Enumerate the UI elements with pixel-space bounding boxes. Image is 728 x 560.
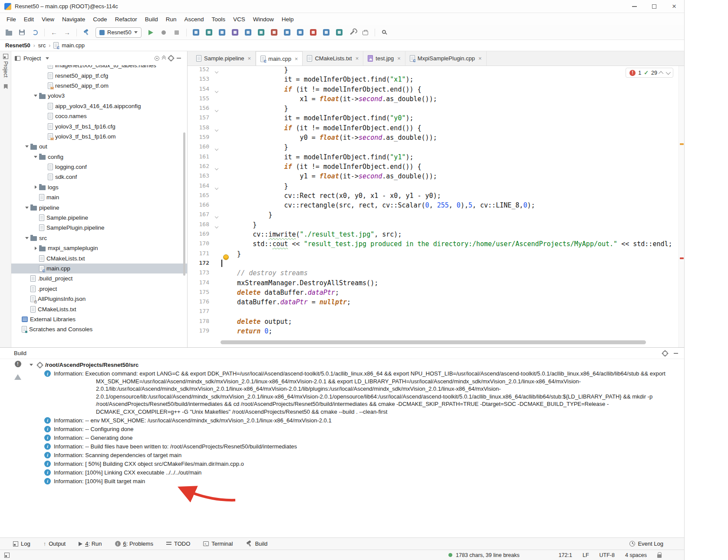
run-configuration-select[interactable]: Resnet50 [96, 27, 142, 38]
tree-item-yolov3_tf_bs1_fp16.om[interactable]: yolov3_tf_bs1_fp16.om [11, 132, 187, 142]
readonly-lock-icon[interactable] [657, 554, 662, 558]
fold-marker-icon[interactable] [215, 89, 218, 92]
save-all-button[interactable] [16, 27, 27, 38]
back-button[interactable] [49, 27, 59, 38]
ascend-tool-icon-10[interactable] [308, 27, 319, 38]
tree-item-.project[interactable]: .project [11, 284, 187, 294]
chevron-down-icon[interactable] [23, 237, 30, 239]
ascend-tool-icon-5[interactable] [243, 27, 254, 38]
chevron-down-icon[interactable] [23, 207, 30, 209]
stop-button[interactable] [171, 27, 182, 38]
search-button[interactable] [379, 27, 390, 38]
ascend-tool-icon-7[interactable] [269, 27, 280, 38]
menu-navigate[interactable]: Navigate [58, 14, 89, 24]
next-problem-icon[interactable] [666, 69, 671, 74]
indent-setting[interactable]: 4 spaces [625, 552, 647, 558]
tab-close-icon[interactable] [295, 56, 298, 62]
ascend-tool-icon-9[interactable] [295, 27, 306, 38]
menu-view[interactable]: View [38, 14, 58, 24]
tab-CMakeLists.txt[interactable]: CMakeLists.txt [303, 51, 363, 66]
close-button[interactable] [664, 0, 684, 13]
tab-main.cpp[interactable]: main.cpp [256, 51, 303, 66]
project-settings-icon[interactable] [168, 56, 174, 61]
tab-close-icon[interactable] [397, 55, 401, 62]
tab-Sample.pipeline[interactable]: Sample.pipeline [192, 51, 256, 66]
ascend-tool-icon-2[interactable] [204, 27, 214, 38]
tree-item-src[interactable]: src [11, 233, 187, 243]
chevron-right-icon[interactable] [32, 185, 39, 189]
tool-window-button-output[interactable]: Output [43, 540, 66, 547]
tree-item-sdk.conf[interactable]: sdk.conf [11, 172, 187, 182]
fold-marker-icon[interactable] [215, 215, 218, 218]
fold-marker-icon[interactable] [215, 70, 218, 73]
line-separator[interactable]: LF [583, 552, 589, 558]
tree-item-pipeline[interactable]: pipeline [11, 202, 187, 212]
tree-item-config[interactable]: config [11, 152, 187, 162]
chevron-right-icon[interactable] [32, 247, 39, 250]
code-editor[interactable]: 152}153it = modelInferObject.find("x1");… [188, 66, 679, 335]
fold-marker-icon[interactable] [215, 109, 218, 112]
ascend-tool-icon-11[interactable] [321, 27, 332, 38]
tab-close-icon[interactable] [478, 55, 482, 62]
ascend-tool-icon-6[interactable] [256, 27, 267, 38]
breadcrumb-item[interactable]: Resnet50 [5, 42, 30, 49]
ascend-tool-icon-1[interactable] [191, 27, 201, 38]
chevron-down-icon[interactable] [28, 364, 35, 366]
intention-bulb-icon[interactable] [223, 254, 229, 260]
tree-item-main.cpp[interactable]: main.cpp [11, 264, 187, 273]
tree-item-resnet50_aipp_tf.cfg[interactable]: resnet50_aipp_tf.cfg [11, 70, 187, 80]
menu-file[interactable]: File [3, 14, 20, 24]
ascend-tool-icon-3[interactable] [217, 27, 227, 38]
tree-item-SamplePlugin.pipeline[interactable]: SamplePlugin.pipeline [11, 223, 187, 233]
debug-button[interactable] [158, 27, 169, 38]
chevron-down-icon[interactable] [23, 145, 30, 148]
menu-vcs[interactable]: VCS [229, 14, 249, 24]
collapse-all-icon[interactable] [162, 56, 165, 61]
menu-help[interactable]: Help [278, 14, 298, 24]
error-stripe-mark[interactable] [680, 257, 684, 259]
tree-item-Scratches and Consoles[interactable]: Scratches and Consoles [11, 324, 187, 334]
tree-item-mxpi_sampleplugin[interactable]: mxpi_sampleplugin [11, 243, 187, 253]
build-root-node[interactable]: /root/AscendProjects/Resnet50/src [24, 361, 684, 370]
menu-build[interactable]: Build [141, 14, 162, 24]
menu-tools[interactable]: Tools [208, 14, 230, 24]
info-filter-icon[interactable] [15, 361, 21, 367]
tree-item-Sample.pipeline[interactable]: Sample.pipeline [11, 213, 187, 223]
tree-item-out[interactable]: out [11, 142, 187, 152]
tree-item-imagenet1000_clsidx_to_labels.names[interactable]: imagenet1000_clsidx_to_labels.names [11, 65, 187, 70]
tool-window-button-build[interactable]: Build [246, 540, 267, 547]
breadcrumb-item[interactable]: src [38, 42, 46, 49]
maximize-button[interactable] [644, 0, 664, 13]
run-button[interactable] [145, 27, 156, 38]
menu-code[interactable]: Code [89, 14, 111, 24]
menu-edit[interactable]: Edit [20, 14, 38, 24]
tool-button-project[interactable]: Project [0, 54, 11, 77]
error-stripe[interactable] [679, 66, 685, 347]
project-scrollbar[interactable] [183, 132, 185, 276]
fold-marker-icon[interactable] [215, 225, 218, 228]
menu-ascend[interactable]: Ascend [180, 14, 208, 24]
tree-item-resnet50_aipp_tf.om[interactable]: resnet50_aipp_tf.om [11, 81, 187, 91]
breadcrumb-item[interactable]: main.cpp [62, 42, 85, 49]
tree-item-External Libraries[interactable]: External Libraries [11, 314, 187, 324]
ascend-tool-icon-4[interactable] [230, 27, 240, 38]
project-panel-title[interactable]: Project [23, 55, 41, 62]
fold-marker-icon[interactable] [215, 147, 218, 151]
tree-item-CMakeLists.txt[interactable]: CMakeLists.txt [11, 304, 187, 314]
tab-test.jpg[interactable]: test.jpg [363, 51, 405, 66]
tree-item-main[interactable]: main [11, 192, 187, 202]
hide-build-panel-icon[interactable] [674, 353, 678, 354]
fold-marker-icon[interactable] [215, 128, 218, 132]
tree-item-AllPluginsInfo.json[interactable]: AllPluginsInfo.json [11, 294, 187, 304]
tool-window-button-terminal[interactable]: Terminal [203, 540, 233, 547]
open-project-button[interactable] [3, 27, 14, 38]
fold-marker-icon[interactable] [215, 167, 218, 170]
menu-run[interactable]: Run [162, 14, 181, 24]
toolbox-button[interactable] [360, 27, 371, 38]
tree-item-.build_project[interactable]: .build_project [11, 273, 187, 283]
tool-window-button-problems[interactable]: 6: Problems [115, 540, 153, 547]
tree-item-coco.names[interactable]: coco.names [11, 111, 187, 121]
forward-button[interactable] [62, 27, 72, 38]
warning-filter-icon[interactable] [14, 374, 21, 380]
ascend-tool-icon-12[interactable] [334, 27, 345, 38]
